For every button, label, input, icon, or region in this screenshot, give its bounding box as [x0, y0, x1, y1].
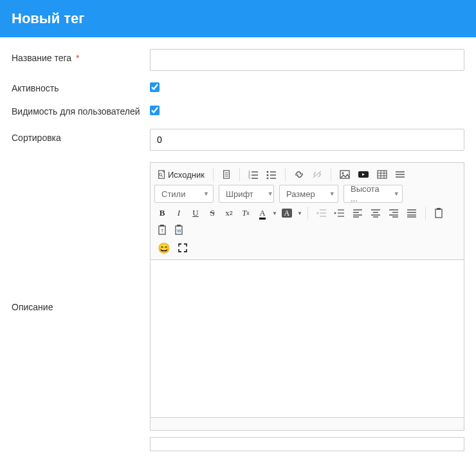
svg-point-21	[342, 173, 343, 174]
svg-rect-56	[435, 209, 442, 218]
label-name-text: Название тега	[12, 53, 71, 63]
indent-icon	[334, 209, 345, 218]
row-active: Активность	[12, 82, 464, 94]
active-checkbox[interactable]	[150, 82, 160, 92]
outdent-icon	[316, 209, 327, 218]
separator	[239, 168, 240, 181]
separator	[425, 207, 426, 220]
field-description: Исходник 123	[150, 162, 464, 451]
italic-button[interactable]: I	[171, 205, 187, 221]
separator	[331, 168, 331, 181]
emoji-button[interactable]: 😄	[154, 240, 174, 256]
size-label: Размер	[286, 189, 315, 199]
numbered-list-button[interactable]: 123	[245, 167, 262, 182]
toolbar-row-2: Стили ▼ Шрифт ▼ Размер ▼ Высота ...	[154, 185, 460, 203]
row-description: Описание Исходник	[12, 162, 464, 451]
hr-icon	[395, 170, 405, 179]
svg-rect-62	[177, 225, 181, 227]
align-center-button[interactable]	[367, 205, 384, 221]
paste-button[interactable]	[431, 205, 446, 221]
svg-text:T: T	[161, 229, 164, 233]
strike-button[interactable]: S	[205, 205, 220, 221]
underline-button[interactable]: U	[188, 205, 203, 221]
bgcolor-caret[interactable]: ▼	[297, 211, 302, 216]
table-button[interactable]	[374, 167, 390, 182]
svg-line-2	[161, 176, 163, 177]
editor-statusbar	[151, 417, 464, 430]
maximize-button[interactable]	[175, 240, 190, 256]
bullet-list-button[interactable]	[263, 167, 280, 182]
link-icon	[294, 170, 304, 179]
lineheight-dropdown[interactable]: Высота ... ▼	[343, 185, 403, 203]
svg-rect-57	[437, 208, 441, 210]
field-sort	[150, 129, 464, 151]
align-right-icon	[389, 209, 399, 218]
size-dropdown[interactable]: Размер ▼	[279, 185, 338, 203]
align-left-button[interactable]	[349, 205, 366, 221]
table-icon	[377, 170, 387, 179]
editor-content[interactable]	[151, 260, 464, 417]
styles-dropdown[interactable]: Стили ▼	[154, 185, 214, 203]
caret-icon: ▼	[394, 191, 399, 197]
svg-marker-39	[334, 212, 336, 214]
svg-point-15	[266, 178, 268, 180]
unlink-button[interactable]	[309, 167, 325, 182]
align-right-button[interactable]	[385, 205, 402, 221]
hr-button[interactable]	[392, 167, 408, 182]
field-name	[150, 49, 464, 71]
bgcolor-button[interactable]: A	[279, 205, 295, 221]
svg-point-14	[266, 174, 268, 176]
indent-button[interactable]	[331, 205, 348, 221]
font-dropdown[interactable]: Шрифт ▼	[219, 185, 274, 203]
source-button[interactable]: Исходник	[154, 167, 208, 182]
label-visible: Видимость для пользователей	[12, 106, 150, 117]
required-star: *	[76, 53, 79, 63]
clipboard-text-icon: T	[158, 225, 167, 235]
separator	[285, 168, 286, 181]
svg-text:W: W	[177, 229, 181, 233]
svg-point-13	[266, 171, 268, 173]
toolbar-row-3: B I U S x2 Tx A ▼ A ▼	[154, 205, 460, 238]
source-icon	[158, 170, 167, 179]
name-input[interactable]	[150, 49, 464, 71]
textcolor-caret[interactable]: ▼	[272, 211, 277, 216]
paste-text-button[interactable]: T	[154, 222, 170, 238]
source-label: Исходник	[168, 170, 205, 180]
newpage-button[interactable]	[219, 167, 234, 182]
align-justify-button[interactable]	[403, 205, 420, 221]
svg-rect-24	[378, 171, 387, 178]
row-name: Название тега *	[12, 49, 464, 71]
toolbar-row-1: Исходник 123	[154, 167, 460, 182]
image-button[interactable]	[336, 167, 353, 182]
svg-text:3: 3	[248, 176, 250, 179]
field-active	[150, 82, 464, 94]
field-visible	[150, 106, 464, 117]
numbered-list-icon: 123	[248, 170, 259, 179]
align-justify-icon	[407, 209, 417, 218]
bullet-list-icon	[266, 170, 277, 179]
wysiwyg-editor: Исходник 123	[150, 162, 464, 431]
extra-input[interactable]	[150, 437, 464, 451]
newpage-icon	[222, 170, 231, 179]
sort-input[interactable]	[150, 129, 464, 151]
removeformat-button[interactable]: Tx	[238, 205, 253, 221]
styles-label: Стили	[161, 189, 185, 199]
subscript-button[interactable]: x2	[221, 205, 237, 221]
paste-word-button[interactable]: W	[171, 222, 187, 238]
font-label: Шрифт	[226, 189, 253, 199]
row-sort: Сортировка	[12, 129, 464, 151]
caret-icon: ▼	[203, 191, 209, 197]
youtube-button[interactable]	[354, 167, 372, 182]
bold-button[interactable]: B	[154, 205, 170, 221]
clipboard-word-icon: W	[174, 225, 183, 235]
youtube-icon	[358, 170, 369, 179]
textcolor-button[interactable]: A	[255, 205, 270, 221]
label-description: Описание	[12, 302, 150, 312]
maximize-icon	[178, 243, 187, 252]
label-name: Название тега *	[12, 49, 150, 63]
link-button[interactable]	[291, 167, 307, 182]
label-active: Активность	[12, 83, 150, 93]
caret-icon: ▼	[268, 191, 273, 197]
visible-checkbox[interactable]	[150, 106, 160, 115]
outdent-button[interactable]	[313, 205, 330, 221]
